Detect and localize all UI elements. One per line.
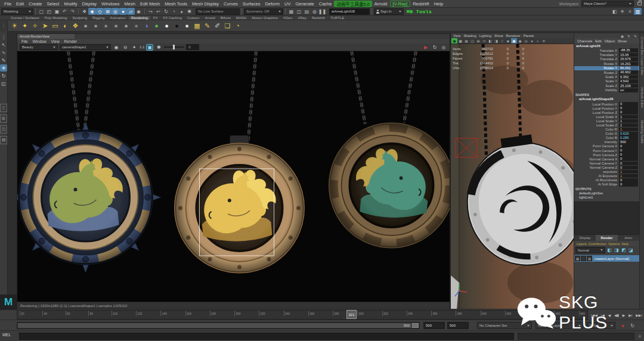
exposure-field[interactable]: 0 bbox=[186, 44, 199, 50]
shelf-icon[interactable]: ● bbox=[132, 21, 141, 30]
viewport-menu-item[interactable]: Panels bbox=[522, 34, 535, 38]
blend-mode-dropdown[interactable]: Normal bbox=[575, 247, 605, 253]
attribute-value-field[interactable]: 0 bbox=[619, 144, 638, 148]
menu-item[interactable]: Mesh bbox=[122, 1, 138, 7]
attribute-value-field[interactable]: 0 bbox=[619, 106, 638, 110]
stop-render-icon[interactable]: ⊖ bbox=[122, 44, 129, 51]
playback-end-field[interactable]: 500 bbox=[447, 322, 469, 329]
status-icon[interactable]: ▣ bbox=[53, 8, 61, 15]
sign-in-dropdown[interactable]: Sign In bbox=[374, 8, 404, 15]
status-icon[interactable]: ↶ bbox=[61, 8, 69, 15]
layout-button[interactable]: ▯ bbox=[0, 104, 7, 112]
renderview-menu-item[interactable]: View bbox=[49, 39, 61, 44]
channel-attribute-row[interactable]: Normal Camera X 0 bbox=[574, 157, 639, 161]
shelf-tab[interactable]: Sculpting bbox=[70, 16, 89, 20]
new-empty-layer-icon[interactable]: ◨ bbox=[614, 247, 620, 254]
menu-item[interactable]: Deform bbox=[262, 1, 282, 7]
channel-attribute-row[interactable]: Scale X 6.352 bbox=[574, 75, 639, 79]
attribute-value-field[interactable]: 0 bbox=[619, 102, 638, 106]
perspective-viewport[interactable]: ViewShadingLightingShowRendererPanels ▣▦… bbox=[450, 33, 574, 309]
channelbox-menu-item[interactable]: Show bbox=[617, 39, 628, 43]
menu-item[interactable]: [V-Ray] bbox=[390, 1, 411, 7]
status-icon[interactable]: ↷ bbox=[69, 8, 76, 15]
shelf-tab[interactable]: XGen bbox=[281, 16, 295, 20]
layer-editor-menu-item[interactable]: Layers bbox=[576, 242, 587, 246]
attribute-value-field[interactable]: 15.05 bbox=[619, 53, 638, 57]
attribute-value-field[interactable]: 16.291 bbox=[619, 62, 638, 66]
shelf-icon[interactable]: ➤ bbox=[41, 21, 49, 30]
channel-attribute-row[interactable]: Intensity 500 bbox=[574, 140, 639, 144]
shelf-tab[interactable]: TURTLE bbox=[328, 16, 346, 20]
snap-icon[interactable]: ◇ bbox=[96, 8, 104, 15]
display-icon[interactable]: ❚❚ bbox=[318, 8, 326, 15]
viewport-toolbar-icon[interactable]: ▦ bbox=[457, 38, 463, 44]
attribute-value-field[interactable]: 86.091 bbox=[619, 66, 638, 70]
display-icon[interactable]: ▦ bbox=[287, 8, 295, 15]
attribute-value-field[interactable]: 1 bbox=[619, 119, 638, 123]
channel-attribute-row[interactable]: Local Position Y 0 bbox=[574, 106, 639, 110]
attribute-value-field[interactable]: 0 bbox=[619, 162, 638, 166]
viewport-toolbar-icon[interactable]: ◫ bbox=[469, 38, 475, 44]
range-end-field[interactable]: 500 bbox=[423, 322, 445, 329]
status-icon[interactable]: ▢ bbox=[38, 8, 45, 15]
tool-icon[interactable]: ↖ bbox=[0, 41, 7, 48]
output-node-name[interactable]: defaultLightSet bbox=[574, 191, 639, 196]
zoom-ratio-label[interactable]: 1:1 bbox=[140, 44, 144, 51]
shelf-icon[interactable]: ◔ bbox=[233, 21, 242, 30]
attribute-value-field[interactable]: -88.35 bbox=[619, 48, 638, 52]
menu-item[interactable]: 动画牛工具盒5.0 bbox=[334, 1, 371, 7]
attribute-value-field[interactable]: 25.575 bbox=[619, 57, 638, 61]
channelbox-menu-item[interactable]: Edit bbox=[594, 39, 602, 43]
history-icon[interactable]: ↪ bbox=[147, 8, 154, 15]
attribute-value-field[interactable]: 4.542 bbox=[619, 79, 638, 83]
viewport-toolbar-icon[interactable]: ⊞ bbox=[475, 38, 481, 44]
shelf-tab[interactable]: Redshift bbox=[309, 16, 327, 20]
viewport-menu-item[interactable]: Renderer bbox=[505, 34, 522, 38]
layout-button[interactable]: ▤ bbox=[0, 136, 7, 144]
range-slider-bar[interactable]: 500 bbox=[18, 323, 411, 328]
menu-item[interactable]: Create bbox=[26, 1, 45, 7]
channel-attribute-row[interactable]: Scale Z 25.109 bbox=[574, 83, 639, 88]
shelf-tab[interactable]: Rendering bbox=[129, 16, 150, 20]
render-layer-row[interactable]: ▦ ▨ masterLayer (Normal) bbox=[574, 255, 639, 262]
shelf-icon[interactable]: ✐ bbox=[213, 21, 222, 30]
panel-vertical-tab[interactable]: Channel Box / Layer Editor bbox=[640, 37, 644, 75]
shelf-icon[interactable]: ▦ bbox=[193, 21, 202, 30]
shelf-icon[interactable]: ● bbox=[182, 21, 191, 30]
snap-icon[interactable]: ◎ bbox=[112, 8, 119, 15]
attribute-value-field[interactable]: 0.629 bbox=[619, 132, 638, 136]
channel-attribute-row[interactable]: Point Camera X 0 bbox=[574, 144, 639, 148]
channel-attribute-row[interactable]: Normal Camera Y 0 bbox=[574, 161, 639, 165]
shelf-tab[interactable]: MASH bbox=[234, 16, 249, 20]
attribute-value-field[interactable]: 500 bbox=[619, 140, 638, 144]
shelf-tab[interactable]: Bifrost bbox=[218, 16, 233, 20]
layer-editor-menu-item[interactable]: Contribution bbox=[588, 242, 607, 246]
layout-button[interactable]: ◫ bbox=[0, 125, 7, 134]
snap-icon[interactable]: ▱ bbox=[127, 8, 135, 15]
attribute-value-field[interactable]: 0 bbox=[619, 148, 638, 153]
workspace-lock-icon[interactable] bbox=[637, 2, 642, 5]
viewport-scene[interactable]: persp bbox=[451, 44, 574, 309]
channel-attribute-row[interactable]: Color B 0.285 bbox=[574, 136, 639, 140]
channelbox-option-icon[interactable]: ◉ bbox=[620, 33, 625, 38]
shelf-tab[interactable]: Motion Graphics bbox=[249, 16, 280, 20]
menu-item[interactable]: Mesh Display bbox=[190, 1, 221, 7]
attribute-value-field[interactable]: 0.285 bbox=[619, 136, 638, 140]
attribute-value-field[interactable]: 46.962 bbox=[619, 70, 638, 75]
viewport-menu-item[interactable]: Lighting bbox=[478, 34, 493, 38]
shelf-icon[interactable]: ✧ bbox=[30, 21, 39, 30]
layout-button[interactable]: ⊞ bbox=[0, 114, 7, 123]
menu-item[interactable]: Help bbox=[432, 1, 445, 7]
channel-attribute-row[interactable]: Point Camera Y 0 bbox=[574, 148, 639, 153]
exposure-slider[interactable] bbox=[164, 46, 184, 48]
tool-icon[interactable]: ✎ bbox=[0, 57, 7, 64]
status-icon[interactable]: ◰ bbox=[45, 8, 53, 15]
viewport-menu-item[interactable]: Shading bbox=[462, 34, 477, 38]
attribute-value-field[interactable]: 1 bbox=[619, 174, 638, 178]
shelf-icon[interactable]: ☀ bbox=[10, 21, 19, 30]
viewport-toolbar-icon[interactable]: ■ bbox=[505, 38, 511, 44]
tool-icon[interactable]: ↻ bbox=[0, 72, 7, 79]
channel-attribute-row[interactable]: Rotate X 16.291 bbox=[574, 61, 639, 66]
menu-item[interactable]: Modify bbox=[61, 1, 79, 7]
attribute-value-field[interactable]: 1 bbox=[619, 123, 638, 128]
